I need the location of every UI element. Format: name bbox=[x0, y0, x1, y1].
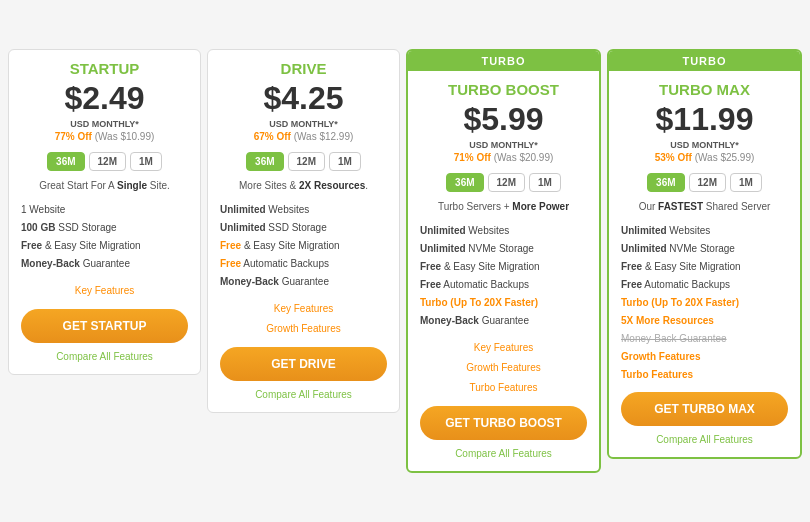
plan-billing-drive: USD MONTHLY* bbox=[220, 119, 387, 129]
links-section-startup: Key Features bbox=[21, 281, 188, 301]
link-growth-features-drive[interactable]: Growth Features bbox=[220, 319, 387, 339]
feature-item: Growth Features bbox=[621, 348, 788, 366]
feature-item: 1 Website bbox=[21, 201, 188, 219]
plan-features-startup: 1 Website100 GB SSD StorageFree & Easy S… bbox=[21, 201, 188, 273]
period-btn-12m-drive[interactable]: 12M bbox=[288, 152, 325, 171]
feature-item: Unlimited NVMe Storage bbox=[420, 240, 587, 258]
plan-price-turbomax: $11.99 bbox=[621, 102, 788, 137]
period-btn-12m-startup[interactable]: 12M bbox=[89, 152, 126, 171]
plan-features-turbomax: Unlimited WebsitesUnlimited NVMe Storage… bbox=[621, 222, 788, 384]
feature-item: Money-Back Guarantee bbox=[420, 312, 587, 330]
turbo-banner-turbomax: TURBO bbox=[609, 51, 800, 71]
plan-card-turbomax: TURBOTURBO MAX$11.99USD MONTHLY* 53% Off… bbox=[607, 49, 802, 458]
plan-name-drive: DRIVE bbox=[220, 60, 387, 77]
plan-price-turboboost: $5.99 bbox=[420, 102, 587, 137]
period-btn-1m-startup[interactable]: 1M bbox=[130, 152, 162, 171]
cta-button-drive[interactable]: GET DRIVE bbox=[220, 347, 387, 381]
period-btn-1m-turboboost[interactable]: 1M bbox=[529, 173, 561, 192]
feature-item: 100 GB SSD Storage bbox=[21, 219, 188, 237]
feature-item: Turbo Features bbox=[621, 366, 788, 384]
feature-item: Free Automatic Backups bbox=[220, 255, 387, 273]
feature-item: Unlimited Websites bbox=[220, 201, 387, 219]
link-key-features-turboboost[interactable]: Key Features bbox=[420, 338, 587, 358]
period-selector-turbomax: 36M12M1M bbox=[621, 173, 788, 192]
plan-tagline-drive: More Sites & 2X Resources. bbox=[220, 179, 387, 193]
turbo-banner-turboboost: TURBO bbox=[408, 51, 599, 71]
links-section-turboboost: Key FeaturesGrowth FeaturesTurbo Feature… bbox=[420, 338, 587, 398]
compare-link-turbomax[interactable]: Compare All Features bbox=[621, 434, 788, 445]
plan-discount-turbomax: 53% Off (Was $25.99) bbox=[621, 152, 788, 163]
plan-name-turboboost: TURBO BOOST bbox=[420, 81, 587, 98]
plan-discount-turboboost: 71% Off (Was $20.99) bbox=[420, 152, 587, 163]
plan-discount-startup: 77% Off (Was $10.99) bbox=[21, 131, 188, 142]
plan-tagline-turboboost: Turbo Servers + More Power bbox=[420, 200, 587, 214]
feature-item: Turbo (Up To 20X Faster) bbox=[420, 294, 587, 312]
feature-item: Unlimited Websites bbox=[420, 222, 587, 240]
feature-item: Unlimited NVMe Storage bbox=[621, 240, 788, 258]
plan-tagline-turbomax: Our FASTEST Shared Server bbox=[621, 200, 788, 214]
feature-item: Unlimited SSD Storage bbox=[220, 219, 387, 237]
plan-card-startup: STARTUP$2.49USD MONTHLY* 77% Off (Was $1… bbox=[8, 49, 201, 374]
cta-button-startup[interactable]: GET STARTUP bbox=[21, 309, 188, 343]
feature-item: Free & Easy Site Migration bbox=[621, 258, 788, 276]
compare-link-drive[interactable]: Compare All Features bbox=[220, 389, 387, 400]
plan-card-drive: DRIVE$4.25USD MONTHLY* 67% Off (Was $12.… bbox=[207, 49, 400, 412]
plan-name-startup: STARTUP bbox=[21, 60, 188, 77]
period-btn-1m-turbomax[interactable]: 1M bbox=[730, 173, 762, 192]
feature-item: Unlimited Websites bbox=[621, 222, 788, 240]
feature-item: Free Automatic Backups bbox=[420, 276, 587, 294]
plan-card-turboboost: TURBOTURBO BOOST$5.99USD MONTHLY* 71% Of… bbox=[406, 49, 601, 472]
period-btn-36m-turboboost[interactable]: 36M bbox=[446, 173, 483, 192]
period-btn-36m-drive[interactable]: 36M bbox=[246, 152, 283, 171]
plan-price-drive: $4.25 bbox=[220, 81, 387, 116]
cta-button-turbomax[interactable]: GET TURBO MAX bbox=[621, 392, 788, 426]
plan-name-turbomax: TURBO MAX bbox=[621, 81, 788, 98]
feature-item: Turbo (Up To 20X Faster) bbox=[621, 294, 788, 312]
feature-item: Free & Easy Site Migration bbox=[21, 237, 188, 255]
plan-tagline-startup: Great Start For A Single Site. bbox=[21, 179, 188, 193]
feature-item: Free Automatic Backups bbox=[621, 276, 788, 294]
link-turbo-features-turboboost[interactable]: Turbo Features bbox=[420, 378, 587, 398]
feature-item: Money-Back Guarantee bbox=[21, 255, 188, 273]
plan-billing-turbomax: USD MONTHLY* bbox=[621, 140, 788, 150]
link-key-features-startup[interactable]: Key Features bbox=[21, 281, 188, 301]
feature-item: Money-Back Guarantee bbox=[220, 273, 387, 291]
period-selector-startup: 36M12M1M bbox=[21, 152, 188, 171]
period-selector-drive: 36M12M1M bbox=[220, 152, 387, 171]
feature-item: 5X More Resources bbox=[621, 312, 788, 330]
plan-features-drive: Unlimited WebsitesUnlimited SSD StorageF… bbox=[220, 201, 387, 291]
links-section-drive: Key FeaturesGrowth Features bbox=[220, 299, 387, 339]
period-btn-36m-turbomax[interactable]: 36M bbox=[647, 173, 684, 192]
period-btn-12m-turboboost[interactable]: 12M bbox=[488, 173, 525, 192]
period-btn-36m-startup[interactable]: 36M bbox=[47, 152, 84, 171]
period-selector-turboboost: 36M12M1M bbox=[420, 173, 587, 192]
plan-billing-startup: USD MONTHLY* bbox=[21, 119, 188, 129]
pricing-container: STARTUP$2.49USD MONTHLY* 77% Off (Was $1… bbox=[0, 39, 810, 482]
period-btn-1m-drive[interactable]: 1M bbox=[329, 152, 361, 171]
compare-link-turboboost[interactable]: Compare All Features bbox=[420, 448, 587, 459]
link-key-features-drive[interactable]: Key Features bbox=[220, 299, 387, 319]
plan-discount-drive: 67% Off (Was $12.99) bbox=[220, 131, 387, 142]
period-btn-12m-turbomax[interactable]: 12M bbox=[689, 173, 726, 192]
plan-price-startup: $2.49 bbox=[21, 81, 188, 116]
feature-item: Free & Easy Site Migration bbox=[420, 258, 587, 276]
plan-billing-turboboost: USD MONTHLY* bbox=[420, 140, 587, 150]
plan-features-turboboost: Unlimited WebsitesUnlimited NVMe Storage… bbox=[420, 222, 587, 330]
link-growth-features-turboboost[interactable]: Growth Features bbox=[420, 358, 587, 378]
feature-item: Money-Back Guarantee bbox=[621, 330, 788, 348]
feature-item: Free & Easy Site Migration bbox=[220, 237, 387, 255]
compare-link-startup[interactable]: Compare All Features bbox=[21, 351, 188, 362]
cta-button-turboboost[interactable]: GET TURBO BOOST bbox=[420, 406, 587, 440]
